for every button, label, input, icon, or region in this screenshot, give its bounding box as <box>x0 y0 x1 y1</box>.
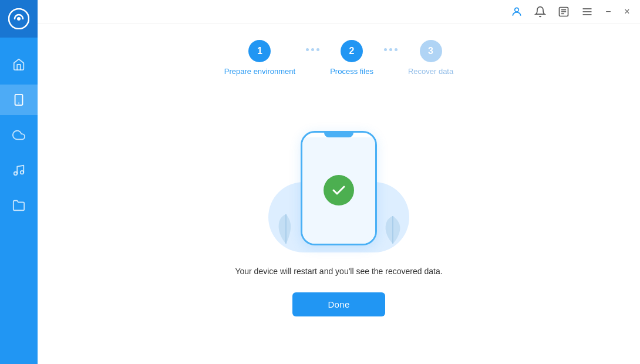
success-check <box>324 175 354 205</box>
sidebar-item-home[interactable] <box>0 49 38 80</box>
step-1-label: Prepare environment <box>224 67 295 76</box>
dot <box>316 48 319 51</box>
sidebar-logo <box>0 0 38 38</box>
phone-notch <box>324 133 353 137</box>
minimize-button[interactable]: − <box>602 6 614 18</box>
document-icon[interactable] <box>555 4 572 20</box>
phone-device <box>301 131 377 245</box>
sidebar-item-device[interactable] <box>0 85 38 115</box>
sidebar-nav <box>0 49 38 221</box>
sidebar <box>0 0 38 364</box>
success-message: Your device will restart and you'll see … <box>235 267 442 276</box>
phone-side-button-left-bottom <box>301 173 302 183</box>
steps-bar: 1 Prepare environment 2 Process files 3 <box>38 23 640 87</box>
leaf-right-icon <box>381 214 405 247</box>
close-button[interactable]: × <box>621 6 633 18</box>
step-2-label: Process files <box>330 67 373 76</box>
sidebar-item-music[interactable] <box>0 155 38 186</box>
dot <box>389 48 392 51</box>
step-2-circle: 2 <box>341 40 363 62</box>
dot <box>384 48 387 51</box>
svg-point-4 <box>14 172 18 176</box>
svg-rect-2 <box>15 95 23 105</box>
notification-icon[interactable] <box>532 4 548 20</box>
step-2: 2 Process files <box>330 40 373 76</box>
step-3-label: Recover data <box>408 67 453 76</box>
step-1-circle: 1 <box>248 40 271 62</box>
svg-point-6 <box>515 8 519 12</box>
step-3: 3 Recover data <box>408 40 453 76</box>
menu-icon[interactable] <box>579 4 595 20</box>
phone-side-button-left-top <box>301 159 302 169</box>
step-3-circle: 3 <box>420 40 442 62</box>
sidebar-item-cloud[interactable] <box>0 120 38 150</box>
leaf-left-icon <box>274 211 298 247</box>
phone-side-button-right <box>376 162 377 176</box>
step-1: 1 Prepare environment <box>224 40 295 76</box>
main-content: − × 1 Prepare environment 2 Process file… <box>38 0 640 364</box>
svg-point-1 <box>17 17 21 21</box>
step-dots-1 <box>295 48 330 51</box>
main-illustration-area: Your device will restart and you'll see … <box>38 87 640 364</box>
user-icon[interactable] <box>508 4 525 20</box>
phone-illustration <box>257 123 421 252</box>
titlebar: − × <box>38 0 640 23</box>
phone-screen <box>302 137 375 244</box>
sidebar-item-files[interactable] <box>0 190 38 221</box>
done-button[interactable]: Done <box>292 292 385 316</box>
svg-point-5 <box>21 171 24 174</box>
step-dots-2 <box>373 48 408 51</box>
dot <box>306 48 309 51</box>
dot <box>395 48 398 51</box>
dot <box>311 48 314 51</box>
